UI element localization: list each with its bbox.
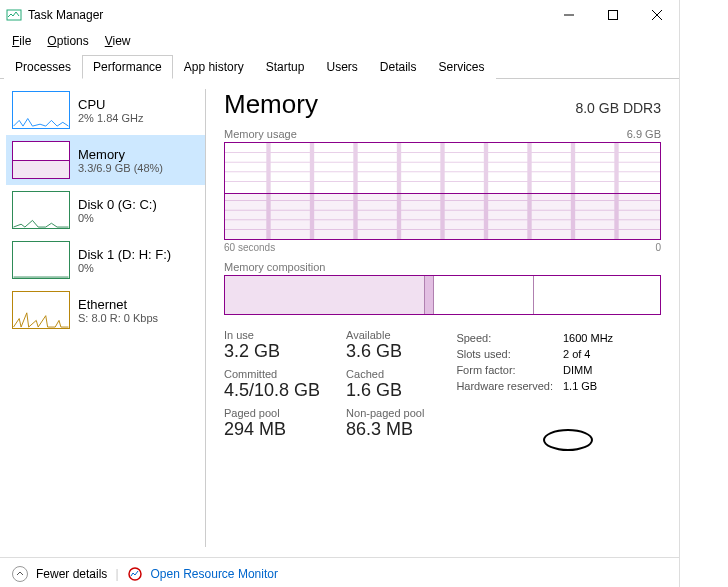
memory-composition-chart: [224, 275, 661, 315]
sidebar-item-label: Disk 0 (G: C:): [78, 197, 157, 212]
stat-value: 86.3 MB: [346, 419, 424, 440]
tab-startup[interactable]: Startup: [255, 55, 316, 79]
menu-file[interactable]: File: [6, 32, 37, 50]
sidebar-item-sub: 0%: [78, 262, 171, 274]
stat-value: 1.6 GB: [346, 380, 424, 401]
detail-value: DIMM: [563, 363, 621, 377]
memory-thumbnail: [12, 141, 70, 179]
axis-left: 60 seconds: [224, 242, 275, 253]
sidebar-item-label: CPU: [78, 97, 143, 112]
page-title: Memory: [224, 89, 318, 120]
axis-right: 0: [655, 242, 661, 253]
usage-label: Memory usage: [224, 128, 297, 140]
memory-usage-chart: [224, 142, 661, 240]
details-table: Speed:1600 MHz Slots used:2 of 4 Form fa…: [454, 329, 623, 440]
tab-processes[interactable]: Processes: [4, 55, 82, 79]
detail-label: Hardware reserved:: [456, 379, 561, 393]
menu-options[interactable]: Options: [41, 32, 94, 50]
detail-value: 2 of 4: [563, 347, 621, 361]
menubar: File Options View: [0, 30, 679, 52]
sidebar-item-label: Disk 1 (D: H: F:): [78, 247, 171, 262]
menu-view[interactable]: View: [99, 32, 137, 50]
tab-details[interactable]: Details: [369, 55, 428, 79]
svg-rect-2: [609, 11, 618, 20]
stat-label: Paged pool: [224, 407, 320, 419]
close-button[interactable]: [635, 0, 679, 30]
sidebar-item-label: Memory: [78, 147, 163, 162]
disk-thumbnail: [12, 191, 70, 229]
tab-performance[interactable]: Performance: [82, 55, 173, 79]
detail-value: 1.1 GB: [563, 379, 621, 393]
sidebar-item-ethernet[interactable]: Ethernet S: 8.0 R: 0 Kbps: [6, 285, 205, 335]
chevron-up-icon[interactable]: [12, 566, 28, 582]
detail-label: Speed:: [456, 331, 561, 345]
stat-label: Available: [346, 329, 424, 341]
disk-thumbnail: [12, 241, 70, 279]
memory-capacity: 8.0 GB DDR3: [575, 100, 661, 116]
cpu-thumbnail: [12, 91, 70, 129]
sidebar-item-disk1[interactable]: Disk 1 (D: H: F:) 0%: [6, 235, 205, 285]
sidebar-item-label: Ethernet: [78, 297, 158, 312]
sidebar: CPU 2% 1.84 GHz Memory 3.3/6.9 GB (48%): [0, 79, 205, 557]
sidebar-item-cpu[interactable]: CPU 2% 1.84 GHz: [6, 85, 205, 135]
tab-users[interactable]: Users: [315, 55, 368, 79]
stats-grid: In use3.2 GB Available3.6 GB Committed4.…: [224, 329, 424, 440]
composition-label: Memory composition: [224, 261, 325, 273]
stat-label: Cached: [346, 368, 424, 380]
detail-label: Form factor:: [456, 363, 561, 377]
usage-max: 6.9 GB: [627, 128, 661, 140]
sidebar-item-sub: 2% 1.84 GHz: [78, 112, 143, 124]
tab-app-history[interactable]: App history: [173, 55, 255, 79]
window-title: Task Manager: [28, 8, 547, 22]
maximize-button[interactable]: [591, 0, 635, 30]
stat-label: Non-paged pool: [346, 407, 424, 419]
fewer-details-link[interactable]: Fewer details: [36, 567, 107, 581]
stat-label: Committed: [224, 368, 320, 380]
detail-label: Slots used:: [456, 347, 561, 361]
stat-value: 294 MB: [224, 419, 320, 440]
task-manager-icon: [6, 7, 22, 23]
sidebar-item-sub: 3.3/6.9 GB (48%): [78, 162, 163, 174]
sidebar-item-memory[interactable]: Memory 3.3/6.9 GB (48%): [6, 135, 205, 185]
stat-value: 3.6 GB: [346, 341, 424, 362]
titlebar: Task Manager: [0, 0, 679, 30]
main-panel: Memory 8.0 GB DDR3 Memory usage 6.9 GB 6…: [206, 79, 679, 557]
svg-point-22: [129, 568, 141, 580]
footer: Fewer details | Open Resource Monitor: [0, 557, 679, 587]
ethernet-thumbnail: [12, 291, 70, 329]
tab-services[interactable]: Services: [428, 55, 496, 79]
tab-bar: Processes Performance App history Startu…: [0, 54, 679, 79]
sidebar-item-sub: S: 8.0 R: 0 Kbps: [78, 312, 158, 324]
sidebar-item-sub: 0%: [78, 212, 157, 224]
open-resource-monitor-link[interactable]: Open Resource Monitor: [151, 567, 278, 581]
stat-value: 4.5/10.8 GB: [224, 380, 320, 401]
separator: |: [115, 567, 118, 581]
detail-value: 1600 MHz: [563, 331, 621, 345]
resource-monitor-icon: [127, 566, 143, 582]
stat-value: 3.2 GB: [224, 341, 320, 362]
sidebar-item-disk0[interactable]: Disk 0 (G: C:) 0%: [6, 185, 205, 235]
minimize-button[interactable]: [547, 0, 591, 30]
stat-label: In use: [224, 329, 320, 341]
